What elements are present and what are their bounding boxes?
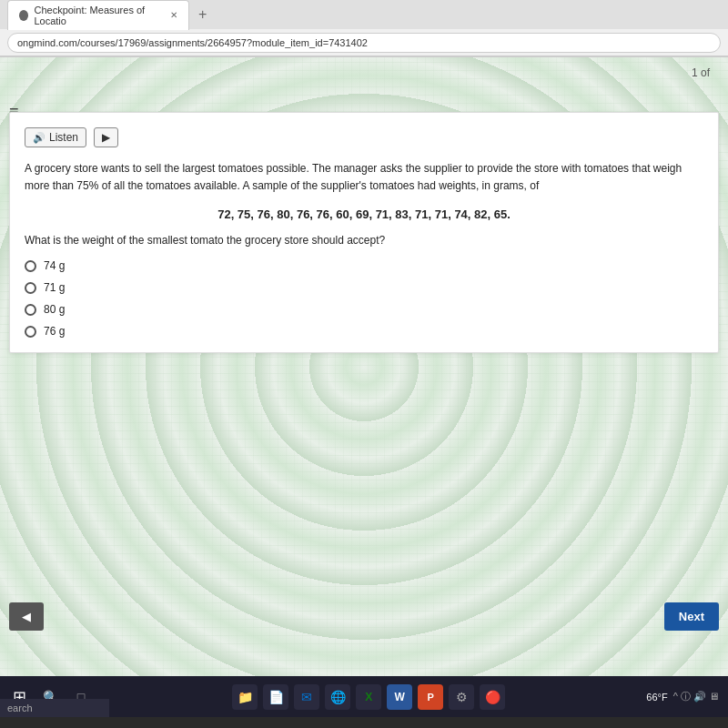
active-tab[interactable]: Checkpoint: Measures of Locatio ✕ xyxy=(7,0,189,30)
tab-close-button[interactable]: ✕ xyxy=(170,10,177,20)
option-d-label: 76 g xyxy=(44,325,65,338)
powerpoint-icon[interactable]: P xyxy=(418,684,443,710)
edge-icon[interactable]: 🌐 xyxy=(325,684,350,710)
back-button[interactable]: ◀ xyxy=(9,602,44,631)
main-content: 1 of ≡ 🔊 Listen ▶ A grocery store wants … xyxy=(0,57,728,676)
file-explorer-icon[interactable]: 📁 xyxy=(232,684,258,710)
notepad-icon[interactable]: 📄 xyxy=(263,684,288,710)
sub-question-text: What is the weight of the smallest tomat… xyxy=(25,234,703,247)
temperature-display: 66°F xyxy=(646,692,667,703)
quiz-container: 🔊 Listen ▶ A grocery store wants to sell… xyxy=(9,112,719,353)
question-body: A grocery store wants to sell the larges… xyxy=(25,160,703,195)
system-tray-icons: ^ ⓘ 🔊 🖥 xyxy=(673,690,719,703)
play-button[interactable]: ▶ xyxy=(94,127,118,147)
radio-c[interactable] xyxy=(25,304,36,316)
tab-label: Checkpoint: Measures of Locatio xyxy=(34,5,161,26)
option-c[interactable]: 80 g xyxy=(25,303,703,316)
page-number: 1 of xyxy=(692,66,710,79)
tab-favicon xyxy=(19,10,28,21)
settings-icon[interactable]: ⚙ xyxy=(449,684,474,710)
radio-a[interactable] xyxy=(25,260,36,272)
tab-bar: Checkpoint: Measures of Locatio ✕ + xyxy=(0,0,728,29)
search-placeholder: earch xyxy=(7,703,33,713)
url-input[interactable] xyxy=(7,33,721,53)
radio-b[interactable] xyxy=(25,282,36,294)
address-bar xyxy=(0,29,728,56)
options-list: 74 g 71 g 80 g 76 g xyxy=(25,259,703,338)
new-tab-button[interactable]: + xyxy=(193,6,212,23)
option-d[interactable]: 76 g xyxy=(25,325,703,338)
taskbar-right: 66°F ^ ⓘ 🔊 🖥 xyxy=(637,690,728,703)
listen-button[interactable]: 🔊 Listen xyxy=(25,127,86,147)
taskbar-apps: 📁 📄 ✉ 🌐 X W P ⚙ 🔴 xyxy=(100,684,637,710)
chrome-icon[interactable]: 🔴 xyxy=(480,684,505,710)
listen-bar: 🔊 Listen ▶ xyxy=(25,127,703,147)
xbox-icon[interactable]: X xyxy=(356,684,381,710)
browser-chrome: Checkpoint: Measures of Locatio ✕ + xyxy=(0,0,728,57)
next-button[interactable]: Next xyxy=(664,602,719,631)
listen-label: Listen xyxy=(49,131,78,144)
mail-icon[interactable]: ✉ xyxy=(294,684,319,710)
word-icon[interactable]: W xyxy=(387,684,412,710)
option-c-label: 80 g xyxy=(44,303,65,316)
taskbar: ⊞ 🔍 □ 📁 📄 ✉ 🌐 X W P ⚙ 🔴 66°F ^ ⓘ 🔊 🖥 ear… xyxy=(0,676,728,717)
option-b-label: 71 g xyxy=(44,281,65,294)
data-values: 72, 75, 76, 80, 76, 76, 60, 69, 71, 83, … xyxy=(25,207,703,221)
speaker-icon: 🔊 xyxy=(33,132,46,144)
option-a[interactable]: 74 g xyxy=(25,259,703,272)
option-b[interactable]: 71 g xyxy=(25,281,703,294)
taskbar-search-bar[interactable]: earch xyxy=(0,699,109,717)
option-a-label: 74 g xyxy=(44,259,65,272)
radio-d[interactable] xyxy=(25,326,36,338)
